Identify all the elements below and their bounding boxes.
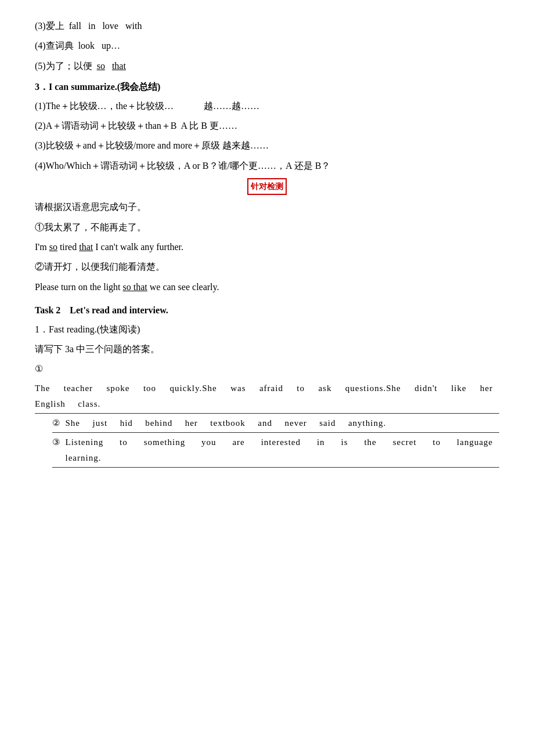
task2-sub1: 1．Fast reading.(快速阅读) xyxy=(35,321,499,338)
summary-title: 3．I can summarize.(我会总结) xyxy=(35,78,499,96)
task2-title: Task 2 Let's read and interview. xyxy=(35,302,499,319)
q2-zh-text: ②请开灯，以便我们能看清楚。 xyxy=(35,262,165,272)
task2-sub1-text: 1．Fast reading.(快速阅读) xyxy=(35,324,140,334)
q2-zh: ②请开灯，以便我们能看清楚。 xyxy=(35,258,499,276)
item-4: (4)查词典 look up… xyxy=(35,37,499,55)
item3-zh: (3)爱上 xyxy=(35,21,64,31)
answer-1-text: The teacher spoke too quickly.She was af… xyxy=(35,384,499,408)
q1-en-text: I'm so tired that I can't walk any furth… xyxy=(35,242,183,252)
circle2-text: ② xyxy=(52,415,66,431)
item4-en: look up… xyxy=(76,41,120,50)
answer-1-label: ① xyxy=(35,360,499,378)
rule2-text: (2)A＋谓语动词＋比较级＋than＋B A 比 B 更…… xyxy=(35,121,237,131)
main-content: (3)爱上 fall in love with (4)查词典 look up… … xyxy=(35,17,499,468)
item-5: (5)为了；以便 so that xyxy=(35,57,499,75)
answer-3-text: Listening to something you are intereste… xyxy=(66,435,500,466)
answer-1-line: The teacher spoke too quickly.She was af… xyxy=(35,381,499,414)
rule-1: (1)The＋比较级…，the＋比较级… 越……越…… xyxy=(35,97,499,115)
q2-en-text: Please turn on the light so that we can … xyxy=(35,282,219,292)
q2-en: Please turn on the light so that we can … xyxy=(35,278,499,296)
rule3-text: (3)比较级＋and＋比较级/more and more＋原级 越来越…… xyxy=(35,140,269,150)
item5-en: so that xyxy=(95,61,126,71)
instruction1-text: 请根据汉语意思完成句子。 xyxy=(35,202,146,212)
instruction-1: 请根据汉语意思完成句子。 xyxy=(35,198,499,216)
rule4-text: (4)Who/Which＋谓语动词＋比较级，A or B？谁/哪个更……，A 还… xyxy=(35,161,330,171)
task2-inst-text: 请写下 3a 中三个问题的答案。 xyxy=(35,344,160,354)
rule-2: (2)A＋谓语动词＋比较级＋than＋B A 比 B 更…… xyxy=(35,117,499,135)
answer-2-text: She just hid behind her textbook and nev… xyxy=(66,415,387,431)
answer-2-line: ② She just hid behind her textbook and n… xyxy=(52,415,499,433)
q1-zh: ①我太累了，不能再走了。 xyxy=(35,219,499,236)
item4-zh: (4)查词典 xyxy=(35,41,74,50)
rule1-text: (1)The＋比较级…，the＋比较级… xyxy=(35,101,174,111)
badge-label: 针对检测 xyxy=(247,178,287,195)
summary-title-text: 3．I can summarize.(我会总结) xyxy=(35,82,160,92)
q1-zh-text: ①我太累了，不能再走了。 xyxy=(35,222,146,232)
rule-4: (4)Who/Which＋谓语动词＋比较级，A or B？谁/哪个更……，A 还… xyxy=(35,157,499,175)
badge-container: 针对检测 xyxy=(35,178,499,195)
rule-3: (3)比较级＋and＋比较级/more and more＋原级 越来越…… xyxy=(35,137,499,154)
rule1-en: 越……越…… xyxy=(176,101,259,111)
task2-title-text: Task 2 Let's read and interview. xyxy=(35,305,168,315)
circle3-text: ③ xyxy=(52,435,66,450)
answer-3-line: ③ Listening to something you are interes… xyxy=(52,435,499,468)
item5-zh: (5)为了；以便 xyxy=(35,61,92,71)
q1-en: I'm so tired that I can't walk any furth… xyxy=(35,238,499,256)
circle1-text: ① xyxy=(35,364,43,374)
item-3: (3)爱上 fall in love with xyxy=(35,17,499,35)
task2-instruction: 请写下 3a 中三个问题的答案。 xyxy=(35,341,499,358)
item3-en: fall in love with xyxy=(67,21,142,31)
